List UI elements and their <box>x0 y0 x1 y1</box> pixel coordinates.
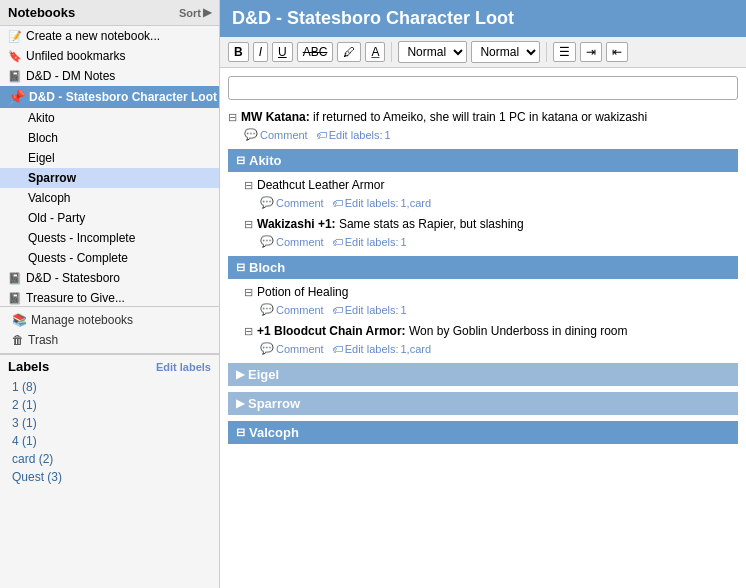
trash-icon: 🗑 <box>12 333 24 347</box>
akito-items: ⊟ Deathcut Leather Armor 💬 Comment 🏷 Edi… <box>228 176 738 250</box>
nb-valcoph[interactable]: Valcoph <box>0 188 219 208</box>
label-icon-5: 🏷 <box>332 343 343 355</box>
label-card[interactable]: card (2) <box>8 450 211 468</box>
bloodcut-item: ⊟ +1 Bloodcut Chain Armor: Won by Goblin… <box>244 322 738 357</box>
deathcut-collapse[interactable]: ⊟ <box>244 179 253 192</box>
mw-katana-meta: 💬 Comment 🏷 Edit labels: 1 <box>228 126 738 143</box>
bloodcut-comment-link[interactable]: 💬 Comment <box>260 342 324 355</box>
section-bloch[interactable]: ⊟ Bloch <box>228 256 738 279</box>
comment-icon-3: 💬 <box>260 235 274 248</box>
bloodcut-title: +1 Bloodcut Chain Armor: Won by Goblin U… <box>257 324 627 338</box>
deathcut-title: Deathcut Leather Armor <box>257 178 384 192</box>
nb-statesboro[interactable]: 📓 D&D - Statesboro <box>0 268 219 288</box>
label-3[interactable]: 3 (1) <box>8 414 211 432</box>
strikethrough-button[interactable]: ABC <box>297 42 334 62</box>
deathcut-item: ⊟ Deathcut Leather Armor 💬 Comment 🏷 Edi… <box>244 176 738 211</box>
text-color-button[interactable]: A <box>365 42 385 62</box>
mw-katana-comment-link[interactable]: 💬 Comment <box>244 128 308 141</box>
potion-title: Potion of Healing <box>257 285 348 299</box>
mw-katana-row: ⊟ MW Katana: if returned to Ameiko, she … <box>228 108 738 126</box>
search-input[interactable] <box>228 76 738 100</box>
nb-dm-notes[interactable]: 📓 D&D - DM Notes <box>0 66 219 86</box>
nb-bloch[interactable]: Bloch <box>0 128 219 148</box>
highlight-button[interactable]: 🖊 <box>337 42 361 62</box>
sidebar: Notebooks Sort ▶ 📝 Create a new notebook… <box>0 0 220 588</box>
potion-collapse[interactable]: ⊟ <box>244 286 253 299</box>
wakizashi-row: ⊟ Wakizashi +1: Same stats as Rapier, bu… <box>244 215 738 233</box>
labels-header: Labels Edit labels <box>8 359 211 374</box>
section-valcoph[interactable]: ⊟ Valcoph <box>228 421 738 444</box>
underline-button[interactable]: U <box>272 42 293 62</box>
mw-katana-title: MW Katana: if returned to Ameiko, she wi… <box>241 110 647 124</box>
eigel-collapse-icon: ▶ <box>236 368 244 381</box>
wakizashi-edit-labels-link[interactable]: 🏷 Edit labels: 1 <box>332 236 407 248</box>
nb-sparrow[interactable]: Sparrow <box>0 168 219 188</box>
wakizashi-item: ⊟ Wakizashi +1: Same stats as Rapier, bu… <box>244 215 738 250</box>
list-indent-button[interactable]: ⇥ <box>580 42 602 62</box>
pin-icon: 📌 <box>8 89 25 105</box>
list-outdent-button[interactable]: ⇤ <box>606 42 628 62</box>
sort-button[interactable]: Sort ▶ <box>179 6 211 19</box>
section-sparrow[interactable]: ▶ Sparrow <box>228 392 738 415</box>
nb-unfiled-bookmarks[interactable]: 🔖 Unfiled bookmarks <box>0 46 219 66</box>
sidebar-header: Notebooks Sort ▶ <box>0 0 219 26</box>
manage-icon: 📚 <box>12 313 27 327</box>
nb-treasure[interactable]: 📓 Treasure to Give... <box>0 288 219 306</box>
nb-quests-complete[interactable]: Quests - Complete <box>0 248 219 268</box>
nb-quests-incomplete[interactable]: Quests - Incomplete <box>0 228 219 248</box>
bloodcut-row: ⊟ +1 Bloodcut Chain Armor: Won by Goblin… <box>244 322 738 340</box>
bloodcut-edit-labels-link[interactable]: 🏷 Edit labels: 1,card <box>332 343 431 355</box>
nb-eigel[interactable]: Eigel <box>0 148 219 168</box>
manage-trash-area: 📚 Manage notebooks 🗑 Trash <box>0 306 219 353</box>
sparrow-collapse-icon: ▶ <box>236 397 244 410</box>
nb-create-new[interactable]: 📝 Create a new notebook... <box>0 26 219 46</box>
comment-icon-2: 💬 <box>260 196 274 209</box>
bloodcut-collapse[interactable]: ⊟ <box>244 325 253 338</box>
edit-labels-link[interactable]: Edit labels <box>156 361 211 373</box>
deathcut-comment-link[interactable]: 💬 Comment <box>260 196 324 209</box>
bloch-collapse-icon: ⊟ <box>236 261 245 274</box>
notebook-icon: 📓 <box>8 70 22 83</box>
main-content: D&D - Statesboro Character Loot B I U AB… <box>220 0 746 588</box>
italic-button[interactable]: I <box>253 42 268 62</box>
nb-old-party[interactable]: Old - Party <box>0 208 219 228</box>
notebooks-scroll-area: 📝 Create a new notebook... 🔖 Unfiled boo… <box>0 26 219 306</box>
bloodcut-meta: 💬 Comment 🏷 Edit labels: 1,card <box>244 340 738 357</box>
potion-edit-labels-link[interactable]: 🏷 Edit labels: 1 <box>332 304 407 316</box>
section-eigel[interactable]: ▶ Eigel <box>228 363 738 386</box>
notebook-icon-2: 📓 <box>8 272 22 285</box>
nb-akito[interactable]: Akito <box>0 108 219 128</box>
trash-link[interactable]: 🗑 Trash <box>8 331 211 349</box>
wakizashi-comment-link[interactable]: 💬 Comment <box>260 235 324 248</box>
potion-comment-link[interactable]: 💬 Comment <box>260 303 324 316</box>
potion-row: ⊟ Potion of Healing <box>244 283 738 301</box>
label-icon-4: 🏷 <box>332 304 343 316</box>
labels-section: Labels Edit labels 1 (8) 2 (1) 3 (1) 4 (… <box>0 353 219 588</box>
section-akito[interactable]: ⊟ Akito <box>228 149 738 172</box>
label-quest[interactable]: Quest (3) <box>8 468 211 486</box>
new-notebook-icon: 📝 <box>8 30 22 43</box>
comment-icon: 💬 <box>244 128 258 141</box>
manage-notebooks-link[interactable]: 📚 Manage notebooks <box>8 311 211 329</box>
wakizashi-meta: 💬 Comment 🏷 Edit labels: 1 <box>244 233 738 250</box>
bookmark-icon: 🔖 <box>8 50 22 63</box>
toolbar-divider-1 <box>391 42 392 62</box>
deathcut-edit-labels-link[interactable]: 🏷 Edit labels: 1,card <box>332 197 431 209</box>
label-icon: 🏷 <box>316 129 327 141</box>
font-size-select-2[interactable]: Normal <box>471 41 540 63</box>
comment-icon-5: 💬 <box>260 342 274 355</box>
label-2[interactable]: 2 (1) <box>8 396 211 414</box>
wakizashi-collapse[interactable]: ⊟ <box>244 218 253 231</box>
valcoph-collapse-icon: ⊟ <box>236 426 245 439</box>
mw-katana-collapse[interactable]: ⊟ <box>228 111 237 124</box>
bold-button[interactable]: B <box>228 42 249 62</box>
nb-char-loot[interactable]: 📌 D&D - Statesboro Character Loot <box>0 86 219 108</box>
font-size-select-1[interactable]: Normal <box>398 41 467 63</box>
label-4[interactable]: 4 (1) <box>8 432 211 450</box>
potion-meta: 💬 Comment 🏷 Edit labels: 1 <box>244 301 738 318</box>
label-1[interactable]: 1 (8) <box>8 378 211 396</box>
bloch-items: ⊟ Potion of Healing 💬 Comment 🏷 Edit lab… <box>228 283 738 357</box>
toolbar: B I U ABC 🖊 A Normal Normal ☰ ⇥ ⇤ <box>220 37 746 68</box>
list-ul-button[interactable]: ☰ <box>553 42 576 62</box>
mw-katana-edit-labels-link[interactable]: 🏷 Edit labels: 1 <box>316 129 391 141</box>
